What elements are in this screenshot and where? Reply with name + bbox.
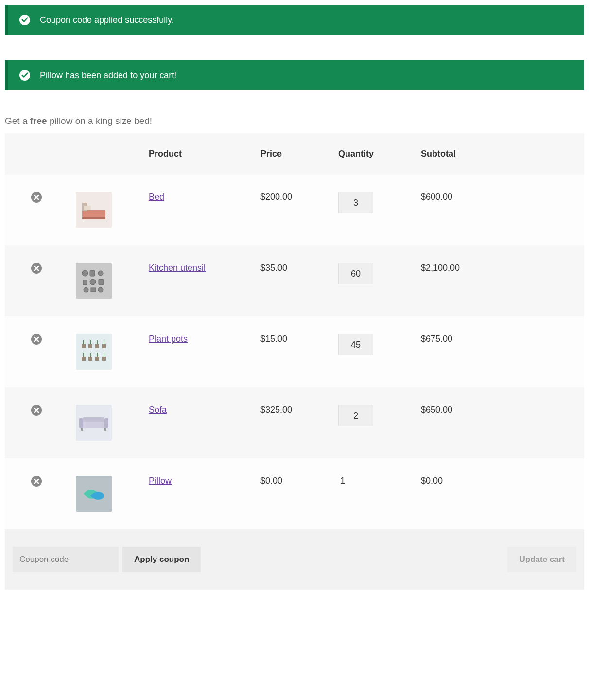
promo-bold: free: [30, 116, 47, 126]
quantity-input[interactable]: [338, 192, 373, 213]
svg-rect-3: [82, 217, 105, 219]
apply-coupon-button[interactable]: Apply coupon: [122, 547, 201, 572]
product-price: $200.00: [253, 175, 330, 245]
svg-point-10: [84, 287, 88, 292]
checkmark-icon: [19, 15, 30, 25]
product-link[interactable]: Bed: [149, 192, 164, 202]
svg-rect-24: [83, 417, 104, 422]
col-thumb-header: [68, 133, 141, 175]
product-thumbnail[interactable]: [76, 192, 112, 228]
svg-rect-15: [95, 344, 99, 348]
product-price: $325.00: [253, 387, 330, 458]
table-row: Kitchen utensil$35.00$2,100.00: [5, 245, 584, 316]
product-link[interactable]: Pillow: [149, 476, 172, 486]
svg-point-6: [98, 271, 103, 276]
remove-item-button[interactable]: [31, 334, 42, 345]
svg-rect-22: [79, 418, 83, 428]
product-thumbnail[interactable]: [76, 405, 112, 441]
product-thumbnail[interactable]: [76, 334, 112, 370]
svg-rect-18: [88, 357, 92, 361]
svg-rect-7: [83, 280, 87, 285]
col-price-header: Price: [253, 133, 330, 175]
quantity-input[interactable]: [338, 334, 373, 355]
svg-rect-2: [84, 206, 91, 210]
notice-text: Pillow has been added to your cart!: [40, 70, 176, 81]
remove-item-button[interactable]: [31, 405, 42, 416]
svg-rect-26: [104, 428, 106, 431]
remove-item-button[interactable]: [31, 263, 42, 274]
col-quantity-header: Quantity: [330, 133, 413, 175]
product-price: $15.00: [253, 316, 330, 387]
product-link[interactable]: Plant pots: [149, 334, 188, 344]
cart-table: Product Price Quantity Subtotal Bed$200.…: [5, 133, 584, 590]
svg-rect-11: [91, 288, 96, 292]
remove-item-button[interactable]: [31, 476, 42, 487]
col-product-header: Product: [141, 133, 253, 175]
col-remove-header: [5, 133, 68, 175]
svg-rect-16: [102, 344, 106, 348]
table-row: Pillow$0.001$0.00: [5, 458, 584, 529]
product-subtotal: $2,100.00: [413, 245, 584, 316]
success-notice: Pillow has been added to your cart!: [5, 60, 584, 90]
quantity-input[interactable]: [338, 263, 373, 284]
quantity-input[interactable]: [338, 405, 373, 426]
col-subtotal-header: Subtotal: [413, 133, 584, 175]
product-subtotal: $675.00: [413, 316, 584, 387]
product-thumbnail[interactable]: [76, 476, 112, 512]
svg-rect-25: [81, 428, 83, 431]
svg-rect-0: [82, 210, 105, 217]
product-price: $35.00: [253, 245, 330, 316]
product-subtotal: $0.00: [413, 458, 584, 529]
svg-point-4: [82, 270, 88, 276]
table-row: Plant pots$15.00$675.00: [5, 316, 584, 387]
svg-point-12: [98, 287, 103, 292]
svg-point-8: [90, 279, 96, 285]
notice-text: Coupon code applied successfully.: [40, 15, 174, 25]
success-notice: Coupon code applied successfully.: [5, 5, 584, 35]
table-row: Sofa$325.00$650.00: [5, 387, 584, 458]
svg-rect-9: [99, 279, 104, 285]
product-link[interactable]: Kitchen utensil: [149, 263, 206, 273]
product-link[interactable]: Sofa: [149, 405, 167, 415]
svg-rect-19: [95, 357, 99, 361]
product-subtotal: $650.00: [413, 387, 584, 458]
product-price: $0.00: [253, 458, 330, 529]
table-row: Bed$200.00$600.00: [5, 175, 584, 245]
promo-suffix: pillow on a king size bed!: [47, 116, 153, 126]
checkmark-icon: [19, 70, 30, 81]
svg-rect-14: [88, 344, 92, 348]
cart-actions-row: Apply coupon Update cart: [5, 529, 584, 590]
svg-rect-13: [82, 344, 86, 348]
svg-rect-20: [102, 357, 106, 361]
promo-text: Get a free pillow on a king size bed!: [5, 116, 584, 126]
product-thumbnail[interactable]: [76, 263, 112, 299]
svg-rect-17: [82, 357, 86, 361]
remove-item-button[interactable]: [31, 192, 42, 203]
svg-rect-5: [90, 270, 95, 276]
product-subtotal: $600.00: [413, 175, 584, 245]
coupon-code-input[interactable]: [13, 547, 119, 572]
svg-rect-23: [104, 418, 108, 428]
promo-prefix: Get a: [5, 116, 30, 126]
quantity-static: 1: [338, 476, 345, 486]
update-cart-button[interactable]: Update cart: [507, 547, 576, 572]
